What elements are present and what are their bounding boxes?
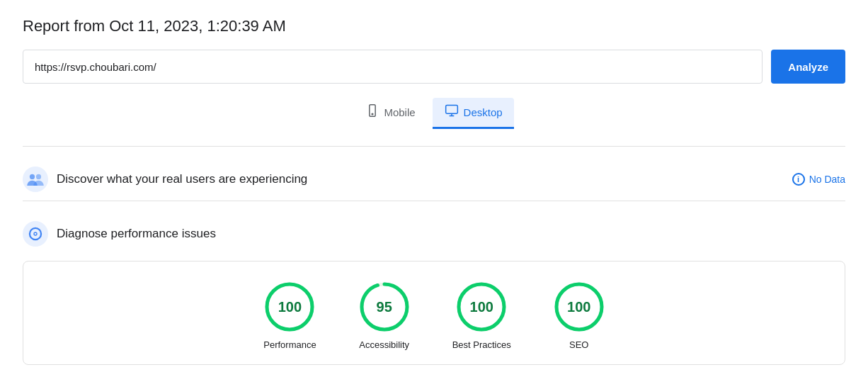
tab-mobile-label: Mobile [384,106,415,118]
real-users-title: Discover what your real users are experi… [57,172,784,186]
tab-mobile[interactable]: Mobile [354,98,426,129]
tab-desktop[interactable]: Desktop [433,98,514,129]
svg-point-5 [23,167,48,192]
score-number-best-practices: 100 [470,299,493,315]
score-label-seo: SEO [569,339,588,350]
diagnose-title: Diagnose performance issues [57,227,845,241]
tabs-row: Mobile Desktop [23,98,845,129]
svg-point-6 [30,174,35,179]
users-icon [23,167,48,192]
no-data-area: i No Data [792,173,845,186]
score-item-best-practices: 100 Best Practices [452,281,511,350]
no-data-label: No Data [809,174,845,185]
score-circle-performance: 100 [264,281,315,332]
svg-point-1 [372,113,374,115]
url-input[interactable] [23,50,763,84]
mobile-icon [365,103,379,121]
url-row: Analyze [23,50,845,84]
score-number-performance: 100 [278,299,302,315]
real-users-section: Discover what your real users are experi… [23,158,845,201]
score-item-accessibility: 95 Accessibility [359,281,410,350]
score-number-seo: 100 [567,299,590,315]
score-circle-accessibility: 95 [359,281,410,332]
info-icon: i [792,173,805,186]
score-circle-best-practices: 100 [456,281,507,332]
svg-rect-2 [445,106,457,114]
desktop-icon [444,103,459,121]
analyze-button[interactable]: Analyze [771,50,845,84]
score-label-accessibility: Accessibility [359,339,409,350]
svg-point-11 [35,233,37,235]
divider-mid [23,201,845,201]
tab-desktop-label: Desktop [464,106,503,118]
score-label-best-practices: Best Practices [452,339,511,350]
score-item-seo: 100 SEO [554,281,605,350]
scores-card: 100 Performance 95 Accessibility [23,261,845,365]
diagnose-icon [23,221,48,247]
report-title: Report from Oct 11, 2023, 1:20:39 AM [23,17,845,35]
diagnose-section: Diagnose performance issues [23,213,845,255]
score-label-performance: Performance [263,339,316,350]
divider-top [23,146,845,147]
score-number-accessibility: 95 [377,299,392,315]
svg-point-7 [36,174,41,179]
score-item-performance: 100 Performance [263,281,316,350]
score-circle-seo: 100 [554,281,605,332]
